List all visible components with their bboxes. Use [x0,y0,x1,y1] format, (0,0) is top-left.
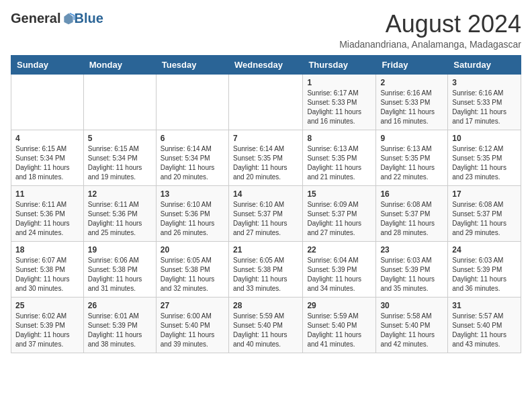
day-number: 11 [15,189,79,199]
day-info: Sunrise: 6:15 AM Sunset: 5:34 PM Dayligh… [15,144,79,182]
day-info: Sunrise: 6:04 AM Sunset: 5:39 PM Dayligh… [307,256,371,293]
table-row: 8Sunrise: 6:13 AM Sunset: 5:35 PM Daylig… [303,130,376,185]
day-number: 24 [452,245,517,255]
table-row: 28Sunrise: 5:59 AM Sunset: 5:40 PM Dayli… [228,297,302,353]
table-row: 31Sunrise: 5:57 AM Sunset: 5:40 PM Dayli… [448,297,521,353]
day-info: Sunrise: 5:59 AM Sunset: 5:40 PM Dayligh… [233,312,298,349]
table-row: 27Sunrise: 6:00 AM Sunset: 5:40 PM Dayli… [156,297,228,353]
table-row: 21Sunrise: 6:05 AM Sunset: 5:38 PM Dayli… [228,241,302,297]
header-tuesday: Tuesday [156,55,228,74]
table-row: 23Sunrise: 6:03 AM Sunset: 5:39 PM Dayli… [376,241,448,297]
table-row [156,74,228,130]
day-info: Sunrise: 6:13 AM Sunset: 5:35 PM Dayligh… [380,144,443,182]
day-info: Sunrise: 6:17 AM Sunset: 5:33 PM Dayligh… [307,89,371,126]
day-info: Sunrise: 6:16 AM Sunset: 5:33 PM Dayligh… [380,89,443,126]
table-row [228,74,302,130]
day-number: 22 [307,245,371,255]
table-row: 16Sunrise: 6:08 AM Sunset: 5:37 PM Dayli… [376,185,448,241]
day-info: Sunrise: 6:15 AM Sunset: 5:34 PM Dayligh… [88,144,152,182]
day-info: Sunrise: 6:10 AM Sunset: 5:37 PM Dayligh… [233,200,298,238]
day-number: 10 [452,134,517,143]
day-number: 3 [452,78,517,87]
day-number: 4 [15,134,79,143]
day-number: 17 [452,189,517,199]
header-sunday: Sunday [11,55,84,74]
logo-blue: Blue [74,11,103,26]
day-number: 12 [88,189,152,199]
table-row: 29Sunrise: 5:59 AM Sunset: 5:40 PM Dayli… [303,297,376,353]
calendar-table: Sunday Monday Tuesday Wednesday Thursday… [11,55,521,353]
table-row: 3Sunrise: 6:16 AM Sunset: 5:33 PM Daylig… [448,74,521,130]
table-row: 6Sunrise: 6:14 AM Sunset: 5:34 PM Daylig… [156,130,228,185]
table-row: 14Sunrise: 6:10 AM Sunset: 5:37 PM Dayli… [228,185,302,241]
day-number: 1 [307,78,371,87]
day-number: 5 [88,134,152,143]
day-number: 31 [452,301,517,310]
table-row: 2Sunrise: 6:16 AM Sunset: 5:33 PM Daylig… [376,74,448,130]
table-row: 17Sunrise: 6:08 AM Sunset: 5:37 PM Dayli… [448,185,521,241]
table-row: 11Sunrise: 6:11 AM Sunset: 5:36 PM Dayli… [11,185,84,241]
table-row: 18Sunrise: 6:07 AM Sunset: 5:38 PM Dayli… [11,241,84,297]
day-number: 6 [161,134,224,143]
day-number: 26 [88,301,152,310]
day-number: 25 [15,301,79,310]
day-info: Sunrise: 6:13 AM Sunset: 5:35 PM Dayligh… [307,144,371,182]
day-number: 14 [233,189,298,199]
day-number: 9 [380,134,443,143]
day-info: Sunrise: 6:14 AM Sunset: 5:34 PM Dayligh… [161,144,224,182]
day-number: 29 [307,301,371,310]
day-number: 27 [161,301,224,310]
day-info: Sunrise: 6:11 AM Sunset: 5:36 PM Dayligh… [88,200,152,238]
header-thursday: Thursday [303,55,376,74]
day-number: 2 [380,78,443,87]
day-number: 20 [161,245,224,255]
logo: General Blue [11,11,103,26]
day-number: 30 [380,301,443,310]
logo-icon [62,12,75,26]
table-row: 15Sunrise: 6:09 AM Sunset: 5:37 PM Dayli… [303,185,376,241]
header-friday: Friday [376,55,448,74]
day-info: Sunrise: 6:02 AM Sunset: 5:39 PM Dayligh… [15,312,79,349]
table-row [11,74,84,130]
table-row: 24Sunrise: 6:03 AM Sunset: 5:39 PM Dayli… [448,241,521,297]
day-info: Sunrise: 6:08 AM Sunset: 5:37 PM Dayligh… [380,200,443,238]
day-number: 28 [233,301,298,310]
logo-general: General [11,11,60,26]
location: Miadanandriana, Analamanga, Madagascar [339,39,521,50]
day-number: 8 [307,134,371,143]
calendar-week-2: 4Sunrise: 6:15 AM Sunset: 5:34 PM Daylig… [11,130,521,185]
day-info: Sunrise: 6:08 AM Sunset: 5:37 PM Dayligh… [452,200,517,238]
day-number: 23 [380,245,443,255]
day-info: Sunrise: 6:03 AM Sunset: 5:39 PM Dayligh… [452,256,517,293]
page-header: General Blue August 2024 Miadanandriana,… [11,11,521,50]
day-number: 7 [233,134,298,143]
day-info: Sunrise: 6:03 AM Sunset: 5:39 PM Dayligh… [380,256,443,293]
day-info: Sunrise: 6:05 AM Sunset: 5:38 PM Dayligh… [233,256,298,293]
day-info: Sunrise: 6:12 AM Sunset: 5:35 PM Dayligh… [452,144,517,182]
calendar-week-4: 18Sunrise: 6:07 AM Sunset: 5:38 PM Dayli… [11,241,521,297]
day-info: Sunrise: 5:59 AM Sunset: 5:40 PM Dayligh… [307,312,371,349]
calendar-week-3: 11Sunrise: 6:11 AM Sunset: 5:36 PM Dayli… [11,185,521,241]
day-number: 19 [88,245,152,255]
day-info: Sunrise: 6:14 AM Sunset: 5:35 PM Dayligh… [233,144,298,182]
day-number: 13 [161,189,224,199]
day-info: Sunrise: 6:16 AM Sunset: 5:33 PM Dayligh… [452,89,517,126]
day-number: 16 [380,189,443,199]
table-row: 4Sunrise: 6:15 AM Sunset: 5:34 PM Daylig… [11,130,84,185]
day-info: Sunrise: 6:01 AM Sunset: 5:39 PM Dayligh… [88,312,152,349]
day-number: 15 [307,189,371,199]
table-row: 13Sunrise: 6:10 AM Sunset: 5:36 PM Dayli… [156,185,228,241]
calendar-week-5: 25Sunrise: 6:02 AM Sunset: 5:39 PM Dayli… [11,297,521,353]
table-row [83,74,156,130]
day-number: 21 [233,245,298,255]
calendar-header-row: Sunday Monday Tuesday Wednesday Thursday… [11,55,521,74]
table-row: 1Sunrise: 6:17 AM Sunset: 5:33 PM Daylig… [303,74,376,130]
title-section: August 2024 Miadanandriana, Analamanga, … [339,11,521,50]
table-row: 25Sunrise: 6:02 AM Sunset: 5:39 PM Dayli… [11,297,84,353]
day-info: Sunrise: 5:57 AM Sunset: 5:40 PM Dayligh… [452,312,517,349]
table-row: 12Sunrise: 6:11 AM Sunset: 5:36 PM Dayli… [83,185,156,241]
table-row: 20Sunrise: 6:05 AM Sunset: 5:38 PM Dayli… [156,241,228,297]
table-row: 22Sunrise: 6:04 AM Sunset: 5:39 PM Dayli… [303,241,376,297]
header-monday: Monday [83,55,156,74]
table-row: 7Sunrise: 6:14 AM Sunset: 5:35 PM Daylig… [228,130,302,185]
